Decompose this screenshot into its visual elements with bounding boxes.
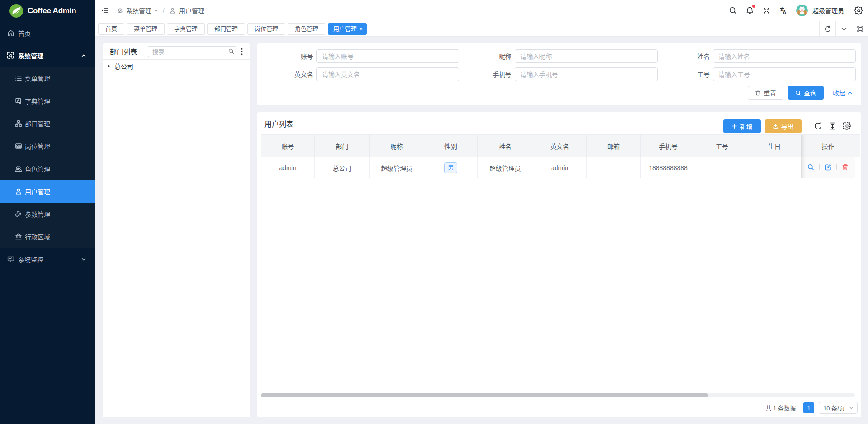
btn-reset[interactable]: 重置 xyxy=(748,86,783,100)
pagination: 共 1 条数据 1 10 条/页 xyxy=(766,402,858,414)
btn-export[interactable]: 导出 xyxy=(765,119,802,133)
filter-enname: 英文名请输入英文名 xyxy=(257,67,456,81)
user-table: 账号部门昵称性别姓名英文名邮箱手机号工号生日操作 admin总公司超级管理员男超… xyxy=(261,134,860,178)
dept-search-btn[interactable] xyxy=(226,46,236,57)
filter-nickname: 昵称请输入昵称 xyxy=(456,49,654,63)
tab-full[interactable] xyxy=(852,21,868,37)
tabsbar: 首页 菜单管理 字典管理 部门管理 岗位管理 角色管理 用户管理× xyxy=(95,21,868,37)
op-edit[interactable] xyxy=(825,164,831,171)
menu-role-mgmt[interactable]: 角色管理 xyxy=(0,157,95,180)
btn-setting[interactable] xyxy=(843,122,851,130)
dept-search: 搜索 xyxy=(148,46,236,57)
filter-panel: 账号请输入账号 昵称请输入昵称 姓名请输入姓名 英文名请输入英文名 手机号请输入… xyxy=(257,43,861,105)
dept-search-input[interactable]: 搜索 xyxy=(148,46,226,57)
tab-role[interactable]: 角色管理 xyxy=(288,23,326,35)
page-size[interactable]: 10 条/页 xyxy=(819,402,858,414)
sidebar: Coffee Admin 首页 系统管理 菜单管理 字典管理 xyxy=(0,0,95,424)
op-view[interactable] xyxy=(807,164,814,171)
header-actions: 文A 超级管理员 xyxy=(725,5,868,16)
menu-dept-mgmt[interactable]: 部门管理 xyxy=(0,112,95,135)
svg-text:A: A xyxy=(783,9,787,14)
dept-panel: 部门列表 搜索 总公司 xyxy=(103,43,250,417)
notice[interactable] xyxy=(745,6,754,15)
tab-refresh[interactable] xyxy=(819,21,835,37)
dept-more[interactable] xyxy=(241,48,243,55)
menu: 首页 系统管理 菜单管理 字典管理 部门管理 xyxy=(0,22,95,271)
menu-user-mgmt[interactable]: 用户管理 xyxy=(0,180,95,203)
fullscreen[interactable] xyxy=(762,6,771,15)
header: 系统管理 / 用户管理 文A 超级管理员 xyxy=(95,0,868,21)
avatar xyxy=(796,5,808,16)
settings[interactable] xyxy=(854,6,863,15)
content: 部门列表 搜索 总公司 账号请输入账号 昵称请输入昵称 姓名请输入姓名 xyxy=(95,37,868,424)
table-header: 账号部门昵称性别姓名英文名邮箱手机号工号生日操作 xyxy=(261,135,860,157)
dept-root[interactable]: 总公司 xyxy=(107,60,250,72)
breadcrumb: 系统管理 / 用户管理 xyxy=(116,6,204,15)
tab-user[interactable]: 用户管理× xyxy=(328,23,367,35)
filter-account: 账号请输入账号 xyxy=(257,49,456,63)
tab-dept[interactable]: 部门管理 xyxy=(207,23,245,35)
submenu-system: 菜单管理 字典管理 部门管理 岗位管理 角色管理 xyxy=(0,67,95,248)
menu-system[interactable]: 系统管理 xyxy=(0,44,95,67)
btn-query[interactable]: 查询 xyxy=(788,86,824,100)
hscrollbar xyxy=(261,393,855,397)
tab-home[interactable]: 首页 xyxy=(98,23,124,35)
tab-more[interactable] xyxy=(835,21,852,37)
row-admin: admin总公司超级管理员男超级管理员admin18888888888 xyxy=(261,157,860,178)
search-icon[interactable] xyxy=(729,6,737,15)
filter-phone: 手机号请输入手机号 xyxy=(456,67,654,81)
menu-param-mgmt[interactable]: 参数管理 xyxy=(0,203,95,225)
menu-home[interactable]: 首页 xyxy=(0,22,95,44)
menu-dict-mgmt[interactable]: 字典管理 xyxy=(0,90,95,112)
op-delete[interactable] xyxy=(842,164,849,171)
tab-post[interactable]: 岗位管理 xyxy=(247,23,285,35)
btn-density[interactable] xyxy=(828,122,837,130)
dept-tree: 总公司 xyxy=(103,60,250,72)
user-table-panel: 用户列表 新增 导出 账号部门昵称性别姓名英文名邮箱手机号工号生日操作 xyxy=(257,112,861,417)
menu-monitor[interactable]: 系统监控 xyxy=(0,248,95,271)
btn-refresh[interactable] xyxy=(814,122,822,130)
menu-region[interactable]: 行政区域 xyxy=(0,225,95,248)
page-1[interactable]: 1 xyxy=(803,402,814,413)
collapse-button[interactable] xyxy=(101,7,108,14)
i18n[interactable]: 文A xyxy=(779,6,788,15)
filter-name: 姓名请输入姓名 xyxy=(654,49,852,63)
menu-post-mgmt[interactable]: 岗位管理 xyxy=(0,135,95,157)
coffee-admin-user-management: Coffee Admin 首页 系统管理 菜单管理 字典管理 xyxy=(0,0,868,424)
menu-menu-mgmt[interactable]: 菜单管理 xyxy=(0,67,95,90)
btn-add[interactable]: 新增 xyxy=(723,119,761,133)
filter-workno: 工号请输入工号 xyxy=(654,67,852,81)
username: 超级管理员 xyxy=(812,6,844,15)
tab-menu[interactable]: 菜单管理 xyxy=(127,23,165,35)
logo: Coffee Admin xyxy=(0,0,95,22)
tab-dict[interactable]: 字典管理 xyxy=(167,23,205,35)
btn-collapse[interactable]: 收起 xyxy=(833,88,853,97)
